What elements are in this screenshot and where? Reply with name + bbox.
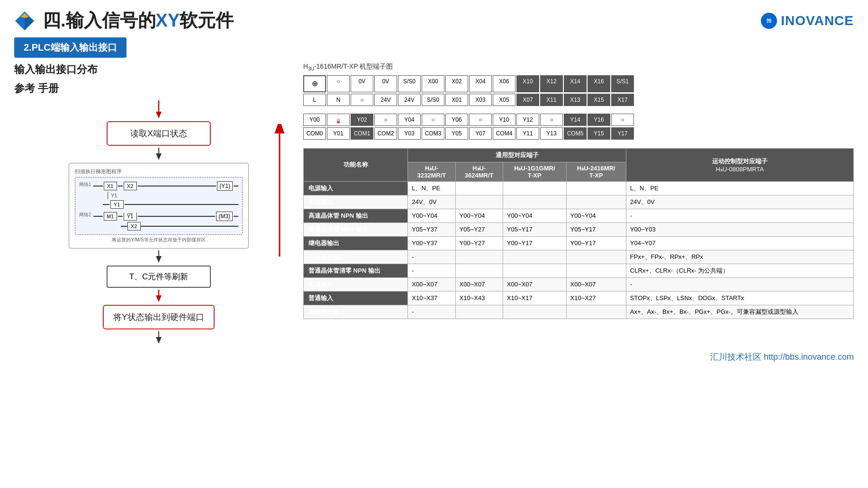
td-3232-4: Y05~Y37 [408, 222, 455, 236]
tc-o3: ○ [327, 114, 350, 126]
td-1616-5: Y00~Y17 [503, 236, 566, 250]
tc-24v2: 24V [398, 94, 421, 106]
tc-com1: COM1 [351, 127, 373, 140]
td-3624-7 [455, 264, 503, 277]
terminal-row-4: COM0 Y01 COM1 COM2 Y03 COM3 Y05 Y07 COM4… [303, 127, 854, 140]
td-1616-6 [503, 250, 566, 264]
net1-label: 网络1 [79, 181, 91, 188]
tc-ss0-2: S/S0 [422, 94, 444, 106]
th-1616: H₃U-1G1GMR/T-XP [503, 162, 566, 181]
ladder-diagram-box: 扫描执行梯形图程序 网络1 X1 X2 ( [69, 163, 249, 248]
td-2416-7 [566, 264, 626, 277]
tc-x12: X12 [540, 75, 563, 92]
tc-x04: X04 [469, 75, 492, 92]
td-func-6: 高速差分输出 [304, 250, 408, 264]
td-3232-3: Y00~Y04 [408, 209, 455, 222]
tc-o6: ○ [469, 114, 492, 126]
tc-o8: ○ [611, 114, 634, 126]
page-title: 四.输入信号的XY软元件 [43, 9, 234, 33]
terminal-diagram-title: H3U-1616MR/T-XP 机型端子图 [303, 62, 854, 71]
td-2416-5: Y00~Y17 [566, 236, 626, 250]
td-3624-10 [455, 305, 503, 319]
td-2416-2 [566, 195, 626, 209]
tc-com3: COM3 [422, 127, 444, 140]
table-row: 高速晶体管 NPN 输出 Y00~Y04 Y00~Y04 Y00~Y04 Y00… [304, 209, 854, 222]
svg-marker-11 [156, 295, 162, 302]
td-1616-8: X00~X07 [503, 277, 566, 291]
tc-y07: Y07 [469, 127, 492, 140]
td-1616-4: Y05~Y17 [503, 222, 566, 236]
tc-0v1: 0V [351, 75, 373, 92]
contact-x2b: X2 [127, 222, 141, 231]
th-motion: 运动控制型对应端子H₃U-0808PMRTA [626, 148, 853, 181]
td-motion-8: - [626, 277, 853, 291]
tc-y14: Y14 [564, 114, 587, 126]
td-func-7: 普通晶体管清零 NPN 输出 [304, 264, 408, 277]
tc-x00: X00 [422, 75, 444, 92]
td-motion-10: Ax+、Ax-、Bx+、Bx-、PGx+、PGx-。可兼容漏型或源型输入 [626, 305, 853, 319]
tc-x06: X06 [493, 75, 515, 92]
flow-box-read-x: 读取X端口状态 [107, 121, 211, 146]
tc-y12: Y12 [516, 114, 539, 126]
td-func-3: 高速晶体管 NPN 输出 [304, 209, 408, 222]
th-3624: H₃U-3624MR/T [455, 162, 503, 181]
td-func-9: 普通输入 [304, 291, 408, 305]
td-func-1: 电源输入 [304, 181, 408, 195]
footer-text: 汇川技术社区 http://bbs.inovance.com [710, 352, 854, 362]
table-row: 继电器输出 Y00~Y37 Y00~Y27 Y00~Y17 Y00~Y17 Y0… [304, 236, 854, 250]
td-3624-1 [455, 181, 503, 195]
tc-y11: Y11 [516, 127, 539, 140]
td-1616-1 [503, 181, 566, 195]
tc-x02: X02 [445, 75, 468, 92]
tc-n: N [327, 94, 350, 106]
td-3232-7: - [408, 264, 455, 277]
ladder-inner: 网络1 X1 X2 (Y1) [75, 177, 243, 235]
contact-y1b: Y1 [124, 213, 137, 221]
td-3624-8: X00~X07 [455, 277, 503, 291]
tc-x01: X01 [445, 94, 468, 106]
td-1616-2 [503, 195, 566, 209]
table-row: 高速差分输出 - FPx+、FPx-、RPx+、RPx [304, 250, 854, 264]
tc-x13: X13 [564, 94, 587, 106]
tc-y15: Y15 [588, 127, 610, 140]
tc-com2: COM2 [374, 127, 397, 140]
left-panel: 输入输出接口分布 参考 手册 读取X端口状态 [14, 62, 289, 346]
tc-ss1: S/S1 [611, 75, 634, 92]
tc-ss0-1: S/S0 [398, 75, 421, 92]
terminal-row-3: Y00 ○ Y02 ○ Y04 ○ Y06 ○ Y10 Y12 ○ Y14 Y1… [303, 114, 854, 126]
tc-x07: X07 [516, 94, 539, 106]
tc-x17: X17 [611, 94, 634, 106]
td-3232-10: - [408, 305, 455, 319]
td-3232-1: L、N、PE [408, 181, 455, 195]
td-func-5: 继电器输出 [304, 236, 408, 250]
tc-com5: COM5 [564, 127, 587, 140]
table-row: 高速输入 X00~X07 X00~X07 X00~X07 X00~X07 - [304, 277, 854, 291]
table-row: 普通输入 X10~X37 X10~X43 X10~X17 X10~X27 STO… [304, 291, 854, 305]
td-3624-5: Y00~Y27 [455, 236, 503, 250]
td-motion-6: FPx+、FPx-、RPx+、RPx [626, 250, 853, 264]
tc-x03: X03 [469, 94, 492, 106]
terminal-grid: ⊕ ○ 0V 0V S/S0 X00 X02 X04 X06 X10 X12 X… [303, 75, 854, 140]
td-2416-1 [566, 181, 626, 195]
tc-y01: Y01 [327, 127, 350, 140]
th-func-name: 功能名称 [304, 148, 408, 181]
right-panel: H3U-1616MR/T-XP 机型端子图 ⊕ ○ 0V 0V S/S0 X00… [303, 62, 854, 346]
td-1616-9: X10~X17 [503, 291, 566, 305]
main-content: 输入输出接口分布 参考 手册 读取X端口状态 [0, 62, 868, 346]
flow-box-output-y: 将Y状态输出到硬件端口 [103, 305, 215, 329]
tc-x05: X05 [493, 94, 515, 106]
terminal-ground: ⊕ [303, 75, 326, 92]
td-2416-6 [566, 250, 626, 264]
terminal-row-2: L N ○ 24V 24V S/S0 X01 X03 X05 X07 X11 X… [303, 94, 854, 106]
td-motion-9: STOPx、LSPx、LSNx、DOGx、STARTx [626, 291, 853, 305]
td-3624-2 [455, 195, 503, 209]
tc-o5: ○ [422, 114, 444, 126]
td-2416-10 [566, 305, 626, 319]
svg-marker-9 [156, 256, 162, 263]
logo-text: INOVANCE [781, 13, 854, 28]
footer: 汇川技术社区 http://bbs.inovance.com [0, 346, 868, 367]
td-2416-4: Y05~Y17 [566, 222, 626, 236]
svg-marker-7 [156, 153, 162, 160]
td-func-8: 高速输入 [304, 277, 408, 291]
td-1616-10 [503, 305, 566, 319]
